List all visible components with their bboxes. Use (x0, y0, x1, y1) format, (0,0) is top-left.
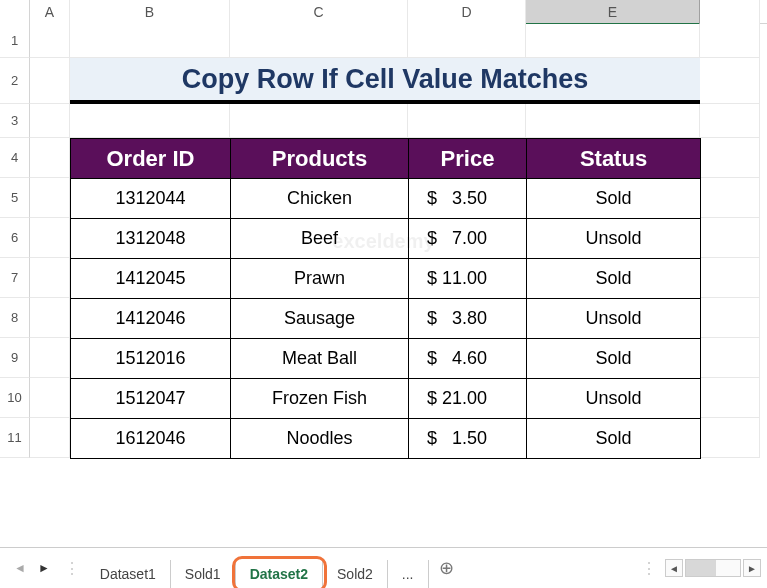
col-head-C[interactable]: C (230, 0, 408, 24)
table-cell[interactable]: 1412045 (71, 259, 231, 299)
table-cell[interactable]: Meat Ball (231, 339, 409, 379)
sheet-tab-sold1[interactable]: Sold1 (171, 560, 236, 588)
row-head-10[interactable]: 10 (0, 378, 30, 418)
table-row[interactable]: 1512047Frozen Fish$ 21.00Unsold (71, 379, 701, 419)
tab-nav-next-icon[interactable]: ► (38, 561, 50, 575)
cell[interactable] (70, 104, 230, 138)
cell[interactable] (700, 218, 760, 258)
table-cell[interactable]: Chicken (231, 179, 409, 219)
sheet-tab-dataset2[interactable]: Dataset2 (236, 560, 323, 588)
table-row[interactable]: 1612046Noodles$ 1.50Sold (71, 419, 701, 459)
cell[interactable] (30, 338, 70, 378)
scroll-thumb[interactable] (686, 560, 716, 576)
table-cell[interactable]: Prawn (231, 259, 409, 299)
table-cell[interactable]: Sausage (231, 299, 409, 339)
sheet-tab-...[interactable]: ... (388, 560, 429, 588)
col-head-A[interactable]: A (30, 0, 70, 24)
table-cell[interactable]: Sold (527, 339, 701, 379)
table-cell[interactable]: Sold (527, 259, 701, 299)
cell[interactable] (30, 378, 70, 418)
row-head-3[interactable]: 3 (0, 104, 30, 138)
table-cell[interactable]: 1512047 (71, 379, 231, 419)
cell[interactable] (30, 218, 70, 258)
table-cell[interactable]: Unsold (527, 379, 701, 419)
cell[interactable] (30, 298, 70, 338)
cell[interactable] (408, 24, 526, 58)
table-header[interactable]: Order ID (71, 139, 231, 179)
cell[interactable] (526, 104, 700, 138)
cell[interactable] (70, 24, 230, 58)
cell[interactable] (408, 104, 526, 138)
table-cell[interactable]: 1412046 (71, 299, 231, 339)
row-head-8[interactable]: 8 (0, 298, 30, 338)
select-all-corner[interactable] (0, 0, 30, 24)
row-head-2[interactable]: 2 (0, 58, 30, 104)
col-head-E[interactable]: E (526, 0, 700, 24)
table-cell[interactable]: Beef (231, 219, 409, 259)
horizontal-scrollbar[interactable]: ⋮ ◄ ► (641, 559, 767, 578)
cell[interactable] (700, 178, 760, 218)
table-header[interactable]: Products (231, 139, 409, 179)
cell[interactable] (30, 58, 70, 104)
row-head-6[interactable]: 6 (0, 218, 30, 258)
cell[interactable] (700, 298, 760, 338)
cell[interactable] (30, 104, 70, 138)
scroll-left-icon[interactable]: ◄ (665, 559, 683, 577)
cell[interactable] (700, 378, 760, 418)
table-cell[interactable]: 1512016 (71, 339, 231, 379)
cell[interactable] (230, 24, 408, 58)
cell[interactable] (526, 24, 700, 58)
table-cell[interactable]: $ 1.50 (409, 419, 527, 459)
table-row[interactable]: 1512016Meat Ball$ 4.60Sold (71, 339, 701, 379)
tab-nav-prev-icon[interactable]: ◄ (14, 561, 26, 575)
scroll-track[interactable] (685, 559, 741, 577)
table-cell[interactable]: Unsold (527, 219, 701, 259)
table-header[interactable]: Status (527, 139, 701, 179)
sheet-tab-sold2[interactable]: Sold2 (323, 560, 388, 588)
add-sheet-button[interactable]: ⊕ (429, 557, 464, 579)
table-header[interactable]: Price (409, 139, 527, 179)
scroll-right-icon[interactable]: ► (743, 559, 761, 577)
table-row[interactable]: 1412046Sausage$ 3.80Unsold (71, 299, 701, 339)
cell[interactable] (30, 138, 70, 178)
table-cell[interactable]: Noodles (231, 419, 409, 459)
sheet-tab-dataset1[interactable]: Dataset1 (86, 560, 171, 588)
cell[interactable] (230, 104, 408, 138)
table-cell[interactable]: Frozen Fish (231, 379, 409, 419)
table-cell[interactable]: Sold (527, 179, 701, 219)
table-cell[interactable]: $ 4.60 (409, 339, 527, 379)
table-cell[interactable]: $ 7.00 (409, 219, 527, 259)
cell[interactable] (700, 104, 760, 138)
table-cell[interactable]: Sold (527, 419, 701, 459)
table-row[interactable]: 1412045Prawn$ 11.00Sold (71, 259, 701, 299)
row-head-9[interactable]: 9 (0, 338, 30, 378)
col-head-D[interactable]: D (408, 0, 526, 24)
row-head-4[interactable]: 4 (0, 138, 30, 178)
cells-area[interactable]: Copy Row If Cell Value MatchesOrder IDPr… (30, 24, 767, 458)
cell[interactable] (30, 24, 70, 58)
row-head-7[interactable]: 7 (0, 258, 30, 298)
table-cell[interactable]: 1312048 (71, 219, 231, 259)
table-cell[interactable]: $ 3.80 (409, 299, 527, 339)
cell[interactable] (30, 418, 70, 458)
cell[interactable] (30, 178, 70, 218)
cell[interactable] (700, 258, 760, 298)
cell[interactable] (700, 138, 760, 178)
table-row[interactable]: 1312048Beef$ 7.00Unsold (71, 219, 701, 259)
table-cell[interactable]: 1612046 (71, 419, 231, 459)
cell[interactable] (30, 258, 70, 298)
table-cell[interactable]: Unsold (527, 299, 701, 339)
table-cell[interactable]: $ 3.50 (409, 179, 527, 219)
cell[interactable] (700, 338, 760, 378)
row-head-5[interactable]: 5 (0, 178, 30, 218)
cell[interactable] (700, 24, 760, 58)
row-head-11[interactable]: 11 (0, 418, 30, 458)
col-head-B[interactable]: B (70, 0, 230, 24)
table-row[interactable]: 1312044Chicken$ 3.50Sold (71, 179, 701, 219)
table-cell[interactable]: $ 21.00 (409, 379, 527, 419)
cell[interactable] (700, 58, 760, 104)
table-cell[interactable]: 1312044 (71, 179, 231, 219)
row-head-1[interactable]: 1 (0, 24, 30, 58)
table-cell[interactable]: $ 11.00 (409, 259, 527, 299)
cell[interactable] (700, 418, 760, 458)
